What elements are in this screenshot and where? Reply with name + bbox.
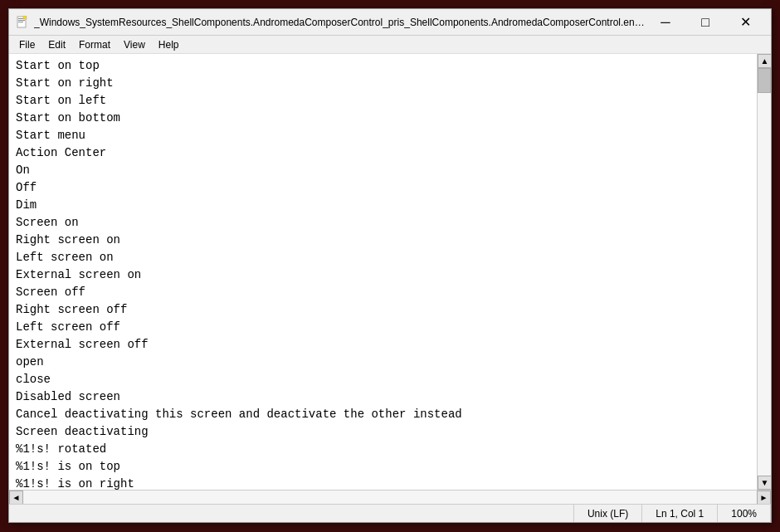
scroll-down-button[interactable]: ▼ [758,476,771,490]
window-controls: ─ □ ✕ [646,9,764,36]
menu-help[interactable]: Help [152,37,186,52]
bottom-area: ◄ ► Unix (LF) Ln 1, Col 1 100% [9,490,771,522]
menu-file[interactable]: File [12,37,41,52]
menu-edit[interactable]: Edit [41,37,72,52]
h-scroll-track[interactable] [23,491,757,504]
status-empty [9,505,574,522]
menu-view[interactable]: View [117,37,152,52]
menu-bar: File Edit Format View Help [9,36,771,54]
status-bar: Unix (LF) Ln 1, Col 1 100% [9,504,771,522]
scroll-track[interactable] [758,68,771,476]
menu-format[interactable]: Format [72,37,117,52]
minimize-button[interactable]: ─ [646,9,685,36]
notepad-icon [16,16,29,29]
horizontal-scrollbar[interactable]: ◄ ► [9,490,771,504]
text-editor[interactable]: Start on top Start on right Start on lef… [9,54,757,490]
status-position: Ln 1, Col 1 [642,505,718,522]
window-title: _Windows_SystemResources_ShellComponents… [34,17,646,28]
vertical-scrollbar[interactable]: ▲ ▼ [757,54,771,490]
scroll-left-button[interactable]: ◄ [9,491,23,505]
svg-rect-3 [18,22,23,22]
scroll-thumb[interactable] [758,68,771,93]
title-bar: _Windows_SystemResources_ShellComponents… [9,9,771,36]
scroll-right-button[interactable]: ► [757,491,771,505]
svg-rect-4 [23,16,27,19]
scroll-up-button[interactable]: ▲ [758,54,771,68]
notepad-window: _Windows_SystemResources_ShellComponents… [8,8,772,523]
close-button[interactable]: ✕ [726,9,764,36]
status-encoding: Unix (LF) [574,505,642,522]
editor-area: Start on top Start on right Start on lef… [9,54,771,490]
svg-rect-2 [18,20,25,21]
status-zoom: 100% [718,505,771,522]
maximize-button[interactable]: □ [686,9,724,36]
